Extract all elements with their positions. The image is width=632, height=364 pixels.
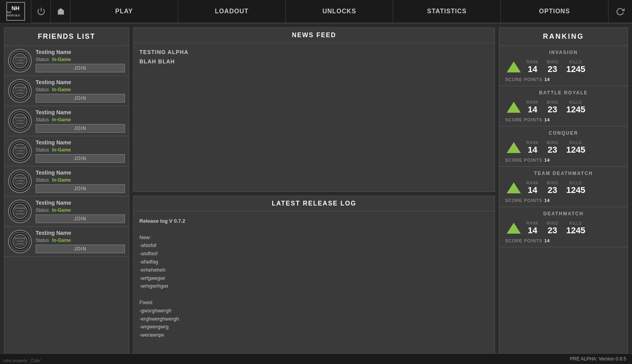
home-button[interactable] <box>51 0 70 23</box>
friend-join-button-4[interactable]: JOIN <box>36 184 125 193</box>
friend-status-label-6: Status <box>36 238 49 243</box>
wins-label-3: WINS <box>547 181 558 185</box>
friend-name-4: Testing Name <box>36 169 125 176</box>
friend-name-2: Testing Name <box>36 109 125 115</box>
friend-avatar-4: DRUNKEN LIZARD GAMES <box>8 169 32 193</box>
rank-value-2: 14 <box>528 145 537 155</box>
svg-text:GAMES: GAMES <box>16 92 24 94</box>
news-entry-1: BLAH BLAH <box>139 58 489 65</box>
rank-row-3: RANK 14 WINS 23 KILLS 1245 <box>505 179 622 196</box>
rank-row-1: RANK 14 WINS 23 KILLS 1245 <box>505 99 622 116</box>
rank-stat-kills-2: KILLS 1245 <box>566 141 585 155</box>
logo: NH NO HEROES <box>6 2 25 21</box>
friend-join-button-1[interactable]: JOIN <box>36 94 125 103</box>
ranking-sections: INVASION RANK 14 WINS 23 KILLS 1245 <box>499 46 628 247</box>
friends-title: FRIENDS LIST <box>4 28 129 46</box>
chevron-icon-2 <box>507 142 521 153</box>
ranking-panel: RANKING INVASION RANK 14 WINS 23 KILLS <box>499 27 628 360</box>
avatar-inner-3: DRUNKEN LIZARD GAMES <box>10 141 30 161</box>
svg-text:GAMES: GAMES <box>16 62 24 64</box>
friend-avatar-0: DRUNKEN LIZARD GAMES <box>8 49 32 72</box>
rank-stat-rank-3: RANK 14 <box>526 181 539 195</box>
chevron-icon-3 <box>507 182 521 193</box>
friend-join-button-6[interactable]: JOIN <box>36 245 125 253</box>
wins-value-1: 23 <box>548 105 557 115</box>
wins-value-4: 23 <box>548 225 557 236</box>
friend-item-4: DRUNKEN LIZARD GAMES Testing Name Status… <box>4 166 129 196</box>
friend-name-3: Testing Name <box>36 139 125 146</box>
news-feed-body[interactable]: TESTING ALPHABLAH BLAH <box>134 43 495 191</box>
rank-stats-3: RANK 14 WINS 23 KILLS 1245 <box>526 181 622 195</box>
rank-icon-4 <box>505 220 522 237</box>
score-value-3: 14 <box>544 198 550 203</box>
friend-status-value-5: In-Game <box>52 207 71 213</box>
nav-options[interactable]: OPTIONS <box>501 0 609 23</box>
rank-value-4: 14 <box>528 225 537 236</box>
friend-join-button-5[interactable]: JOIN <box>36 214 125 223</box>
nav-play[interactable]: PLAY <box>70 0 178 23</box>
friend-item-6: DRUNKEN LIZARD GAMES Testing Name Status… <box>4 227 129 257</box>
friend-item-0: DRUNKEN LIZARD GAMES Testing Name Status… <box>4 46 129 76</box>
friend-status-value-6: In-Game <box>52 238 71 243</box>
wins-label-1: WINS <box>547 100 558 105</box>
friend-status-row-1: Status In-Game <box>36 87 125 92</box>
friend-info-0: Testing Name Status In-Game JOIN <box>36 49 125 72</box>
rank-section-title-4: DEATHMATCH <box>505 211 622 216</box>
friend-status-value-1: In-Game <box>52 87 71 92</box>
kills-label-3: KILLS <box>569 181 582 185</box>
nav-statistics[interactable]: STATISTICS <box>393 0 501 23</box>
release-log-text: Release log V 0.7.2New:-afasfaf-asdfasf-… <box>139 217 489 339</box>
kills-value-0: 1245 <box>566 64 585 74</box>
release-log-body[interactable]: Release log V 0.7.2New:-afasfaf-asdfasf-… <box>134 211 495 360</box>
nav-loadout[interactable]: LOADOUT <box>178 0 286 23</box>
rank-stat-kills-1: KILLS 1245 <box>566 100 585 115</box>
debug-bar: color property '_Color' <box>0 357 44 364</box>
rank-stats-2: RANK 14 WINS 23 KILLS 1245 <box>526 141 622 155</box>
rank-section-title-3: TEAM DEATHMATCH <box>505 171 622 176</box>
avatar-inner-0: DRUNKEN LIZARD GAMES <box>10 51 30 70</box>
svg-text:GAMES: GAMES <box>16 152 24 155</box>
friend-status-label-5: Status <box>36 207 49 213</box>
rank-stat-kills-0: KILLS 1245 <box>566 60 585 74</box>
svg-text:GAMES: GAMES <box>16 182 24 185</box>
kills-label-0: KILLS <box>569 60 582 64</box>
kills-value-1: 1245 <box>566 105 585 115</box>
rank-section-2: CONQUER RANK 14 WINS 23 KILLS 1245 <box>499 126 628 167</box>
friend-info-5: Testing Name Status In-Game JOIN <box>36 200 125 223</box>
friend-join-button-0[interactable]: JOIN <box>36 64 125 72</box>
wins-value-3: 23 <box>548 185 557 195</box>
rank-label-2: RANK <box>526 141 539 145</box>
rank-section-1: BATTLE ROYALE RANK 14 WINS 23 KILLS 1245 <box>499 86 628 126</box>
svg-text:DRUNKEN: DRUNKEN <box>14 147 25 149</box>
rank-stat-wins-2: WINS 23 <box>547 141 558 155</box>
nav-unlocks[interactable]: UNLOCKS <box>286 0 394 23</box>
svg-text:GAMES: GAMES <box>16 243 24 245</box>
main-content: FRIENDS LIST DRUNKEN LIZARD GAMES Testin… <box>0 23 632 364</box>
svg-text:DRUNKEN: DRUNKEN <box>14 86 25 89</box>
kills-value-2: 1245 <box>566 145 585 155</box>
svg-text:DRUNKEN: DRUNKEN <box>14 237 25 240</box>
rank-stat-wins-0: WINS 23 <box>547 60 558 74</box>
rank-label-1: RANK <box>526 100 539 105</box>
friend-status-row-0: Status In-Game <box>36 57 125 62</box>
rank-value-0: 14 <box>528 64 537 74</box>
svg-text:DRUNKEN: DRUNKEN <box>14 177 25 179</box>
logo-text: NH <box>11 5 19 11</box>
power-button[interactable] <box>31 0 51 23</box>
rank-row-2: RANK 14 WINS 23 KILLS 1245 <box>505 139 622 156</box>
debug-text: color property '_Color' <box>3 359 41 363</box>
rank-stats-1: RANK 14 WINS 23 KILLS 1245 <box>526 100 622 115</box>
avatar-inner-6: DRUNKEN LIZARD GAMES <box>10 232 30 251</box>
rank-value-1: 14 <box>528 105 537 115</box>
avatar-inner-5: DRUNKEN LIZARD GAMES <box>10 202 30 221</box>
friend-item-5: DRUNKEN LIZARD GAMES Testing Name Status… <box>4 196 129 227</box>
rank-section-title-0: INVASION <box>505 50 622 55</box>
refresh-button[interactable] <box>609 0 632 23</box>
friend-join-button-2[interactable]: JOIN <box>36 124 125 133</box>
friends-list[interactable]: DRUNKEN LIZARD GAMES Testing Name Status… <box>4 46 129 360</box>
friend-name-6: Testing Name <box>36 230 125 236</box>
rank-section-title-1: BATTLE ROYALE <box>505 90 622 96</box>
release-log-title: LATEST RELEASE LOG <box>134 196 495 211</box>
svg-text:DRUNKEN: DRUNKEN <box>14 56 25 59</box>
friend-join-button-3[interactable]: JOIN <box>36 154 125 163</box>
